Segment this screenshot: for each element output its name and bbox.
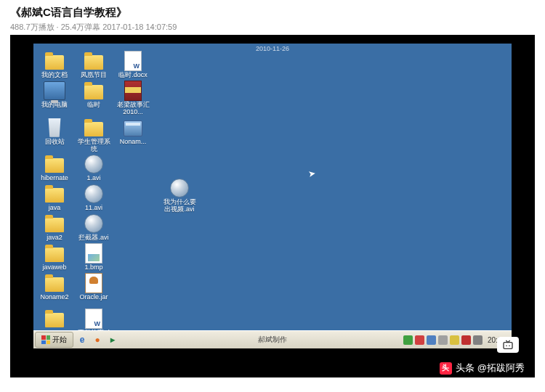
file-linshi-docx[interactable]: 临时.docx <box>116 51 150 79</box>
firefox-icon[interactable]: ● <box>91 333 104 346</box>
file-11-avi[interactable]: 11.avi <box>77 184 110 212</box>
tray-net-icon[interactable] <box>427 335 436 345</box>
bilibili-tv-icon[interactable] <box>497 337 519 353</box>
folder-icon <box>45 55 64 70</box>
folder-fenghuang[interactable]: 凤凰节目 <box>77 51 110 79</box>
file-oracle-jar[interactable]: Oracle.jar <box>77 273 110 301</box>
svg-rect-0 <box>504 343 512 349</box>
folder-icon <box>45 248 64 262</box>
windows-flag-icon <box>41 335 50 344</box>
desktop-extra-icon-slot: 我为什么要出视频.avi <box>163 178 196 215</box>
folder-icon <box>45 313 64 327</box>
icon-label: 1.bmp <box>84 264 102 271</box>
file-1-avi[interactable]: 1.avi <box>77 154 110 182</box>
tray-misc-icon[interactable] <box>473 335 483 345</box>
folder-hibernate[interactable]: hibernate <box>38 154 71 182</box>
recycle-bin-icon[interactable]: 回收站 <box>38 118 71 153</box>
folder-javaweb[interactable]: javaweb <box>38 243 71 271</box>
icon-label: 临时 <box>87 102 100 109</box>
start-button[interactable]: 开始 <box>35 332 73 348</box>
my-computer-icon[interactable]: 我的电脑 <box>38 81 71 116</box>
tray-msg-icon[interactable] <box>450 335 459 345</box>
icon-label: java2 <box>47 234 62 242</box>
icon-label: 拦截器.avi <box>78 234 108 242</box>
video-player[interactable]: 2010-11-26 我的文档凤凰节目临时.docx我的电脑临时老梁故事汇201… <box>10 35 535 377</box>
docx-icon <box>85 309 102 329</box>
icon-label: java <box>49 205 61 212</box>
docx-icon <box>124 51 142 71</box>
watermark-footer: 头 头条 @拓跋阿秀 <box>10 359 535 377</box>
folder-icon <box>45 158 64 173</box>
icon-label: javaweb <box>42 264 66 271</box>
icon-label: 1.avi <box>86 175 100 182</box>
tray-av-icon[interactable] <box>461 335 471 345</box>
video-title: 《郝斌C语言自学教程》 <box>10 6 535 20</box>
icon-label: 凤凰节目 <box>81 72 107 79</box>
folder-student-mgmt[interactable]: 学生管理系统 <box>77 118 110 153</box>
folder-icon <box>84 122 103 136</box>
svg-point-2 <box>509 346 510 347</box>
toutiao-logo-icon: 头 <box>440 362 452 375</box>
icon-label: hibernate <box>41 175 68 182</box>
icon-label: Noname2 <box>40 294 68 301</box>
bmp-icon <box>85 243 102 264</box>
jar-icon <box>85 273 102 293</box>
desktop-date: 2010-11-26 <box>256 45 289 52</box>
rar-icon <box>124 81 142 101</box>
icon-label: 老梁故事汇2010... <box>116 102 150 116</box>
icon-label: 11.avi <box>85 205 102 212</box>
folder-icon <box>84 85 103 99</box>
folder-noname2[interactable]: Noname2 <box>38 273 71 301</box>
svg-point-1 <box>506 346 507 347</box>
quick-launch: e●▸ <box>73 333 119 346</box>
video-stats: 488.7万播放 · 25.4万弹幕 2017-01-18 14:07:59 <box>10 22 535 33</box>
avi-icon <box>84 214 103 233</box>
file-noname-exe[interactable]: Nonam... <box>116 118 150 153</box>
folder-java[interactable]: java <box>38 184 71 212</box>
folder-icon <box>45 218 64 232</box>
folder-linshi[interactable]: 临时 <box>77 81 110 116</box>
tray-green-icon[interactable] <box>403 335 413 345</box>
tray-shield-icon[interactable] <box>415 335 424 345</box>
icon-label: Oracle.jar <box>79 294 108 301</box>
avi-icon <box>84 155 103 173</box>
watermark-author: @拓跋阿秀 <box>477 362 525 375</box>
avi-icon <box>170 179 189 197</box>
windows-desktop: 2010-11-26 我的文档凤凰节目临时.docx我的电脑临时老梁故事汇201… <box>33 44 512 348</box>
file-why-video-avi[interactable]: 我为什么要出视频.avi <box>163 178 196 213</box>
icon-label: 临时.docx <box>118 72 148 79</box>
file-lanjieqi-avi[interactable]: 拦截器.avi <box>77 213 110 242</box>
exe-icon <box>124 121 142 136</box>
ie-icon[interactable]: e <box>76 333 89 346</box>
watermark-brand: 头条 <box>456 362 475 375</box>
folder-icon <box>45 188 64 203</box>
folder-icon <box>84 55 103 70</box>
desktop-icons-grid: 我的文档凤凰节目临时.docx我的电脑临时老梁故事汇2010...回收站学生管理… <box>38 51 150 346</box>
icon-label: 我的文档 <box>41 72 68 79</box>
taskbar-center-text: 郝斌制作 <box>258 335 287 345</box>
folder-icon <box>45 277 64 292</box>
icon-label: 我为什么要出视频.avi <box>163 199 196 213</box>
pcico-icon <box>44 81 65 100</box>
my-documents-icon[interactable]: 我的文档 <box>38 51 71 79</box>
file-1-bmp[interactable]: 1.bmp <box>77 243 110 271</box>
avi-icon <box>84 184 103 203</box>
player-icon[interactable]: ▸ <box>106 333 119 346</box>
taskbar: 开始 e●▸ 郝斌制作 20:27 <box>33 330 512 348</box>
folder-java2[interactable]: java2 <box>38 213 71 242</box>
file-laoliang-rar[interactable]: 老梁故事汇2010... <box>116 81 150 116</box>
system-tray: 20:27 <box>403 335 512 345</box>
icon-label: Nonam... <box>120 139 147 146</box>
recycle-icon <box>46 118 63 137</box>
icon-label: 学生管理系统 <box>77 139 110 153</box>
mouse-cursor-icon: ➤ <box>307 168 316 179</box>
icon-label: 回收站 <box>45 139 65 146</box>
tray-vol-icon[interactable] <box>438 335 448 345</box>
start-label: 开始 <box>52 335 67 345</box>
